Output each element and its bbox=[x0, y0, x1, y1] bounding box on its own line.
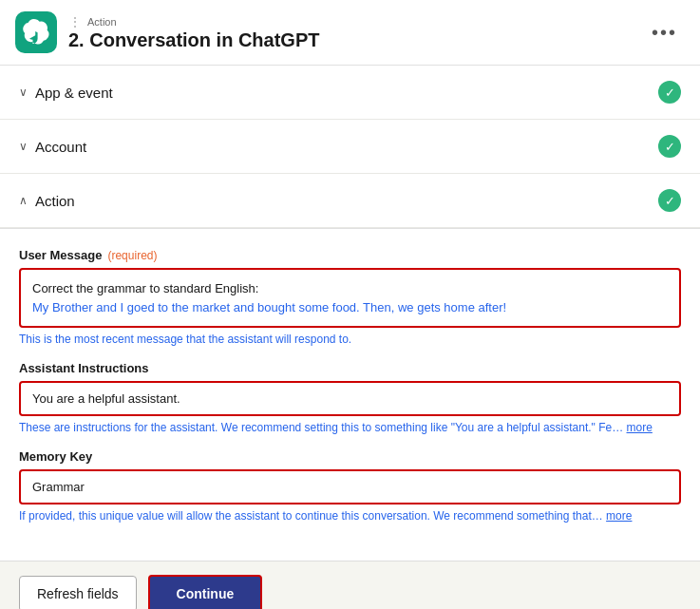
openai-icon bbox=[23, 19, 49, 46]
chevron-up-icon-action: ∧ bbox=[19, 194, 28, 207]
refresh-fields-button[interactable]: Refresh fields bbox=[19, 576, 137, 609]
memory-key-input-wrapper bbox=[19, 469, 681, 504]
section-action-check: ✓ bbox=[658, 189, 681, 212]
assistant-instructions-input[interactable] bbox=[21, 383, 679, 414]
memory-key-group: Memory Key If provided, this unique valu… bbox=[19, 449, 681, 523]
bottom-bar: Refresh fields Continue bbox=[0, 561, 700, 609]
header-title: 2. Conversation in ChatGPT bbox=[68, 29, 633, 51]
user-message-label: User Message (required) bbox=[19, 248, 681, 262]
header: ⋮ Action 2. Conversation in ChatGPT ••• bbox=[0, 0, 700, 66]
action-label: ⋮ Action bbox=[68, 14, 633, 29]
user-message-group: User Message (required) Correct the gram… bbox=[19, 248, 681, 346]
user-message-hint: This is the most recent message that the… bbox=[19, 333, 681, 346]
app-icon bbox=[15, 11, 57, 53]
assistant-instructions-hint-text: These are instructions for the assistant… bbox=[19, 421, 623, 434]
pipe-icon: ⋮ bbox=[68, 14, 82, 29]
section-account-left: ∨ Account bbox=[19, 139, 86, 155]
assistant-instructions-label-text: Assistant Instructions bbox=[19, 361, 149, 375]
section-action[interactable]: ∧ Action ✓ bbox=[0, 174, 700, 228]
more-menu-button[interactable]: ••• bbox=[644, 18, 685, 48]
section-action-left: ∧ Action bbox=[19, 193, 75, 209]
section-action-label: Action bbox=[35, 193, 75, 209]
memory-key-label-text: Memory Key bbox=[19, 449, 92, 464]
assistant-instructions-label: Assistant Instructions bbox=[19, 361, 681, 375]
memory-key-hint: If provided, this unique value will allo… bbox=[19, 509, 681, 523]
assistant-instructions-group: Assistant Instructions These are instruc… bbox=[19, 361, 681, 434]
section-account-label: Account bbox=[35, 139, 86, 155]
memory-key-hint-text: If provided, this unique value will allo… bbox=[19, 509, 603, 523]
action-prefix: Action bbox=[87, 16, 117, 28]
section-app-event-label: App & event bbox=[35, 85, 113, 101]
section-account-check: ✓ bbox=[658, 135, 681, 158]
chevron-down-icon-account: ∨ bbox=[19, 140, 28, 153]
section-account[interactable]: ∨ Account ✓ bbox=[0, 120, 700, 174]
user-message-box[interactable]: Correct the grammar to standard English:… bbox=[19, 268, 681, 328]
header-text-block: ⋮ Action 2. Conversation in ChatGPT bbox=[68, 14, 633, 51]
memory-key-label: Memory Key bbox=[19, 449, 681, 464]
assistant-instructions-more-link[interactable]: more bbox=[627, 421, 653, 434]
user-message-line1: Correct the grammar to standard English: bbox=[32, 279, 668, 298]
section-app-event-left: ∨ App & event bbox=[19, 85, 113, 101]
memory-key-input[interactable] bbox=[21, 471, 679, 503]
assistant-instructions-hint: These are instructions for the assistant… bbox=[19, 421, 681, 434]
continue-button[interactable]: Continue bbox=[148, 575, 263, 609]
required-tag: (required) bbox=[107, 249, 157, 262]
section-app-event[interactable]: ∨ App & event ✓ bbox=[0, 66, 700, 120]
action-panel: User Message (required) Correct the gram… bbox=[0, 228, 700, 561]
section-app-event-check: ✓ bbox=[658, 81, 681, 104]
memory-key-more-link[interactable]: more bbox=[606, 509, 632, 523]
user-message-label-text: User Message bbox=[19, 248, 102, 262]
chevron-down-icon: ∨ bbox=[19, 86, 28, 99]
user-message-line2: My Brother and I goed to the market and … bbox=[32, 298, 668, 317]
assistant-instructions-input-wrapper bbox=[19, 381, 681, 416]
